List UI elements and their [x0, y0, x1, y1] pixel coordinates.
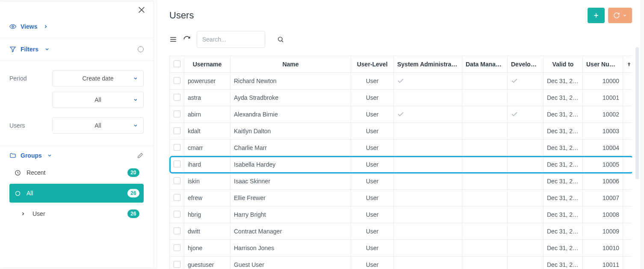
add-button[interactable] [588, 8, 605, 23]
cell-developer [508, 190, 544, 206]
close-icon[interactable] [139, 7, 145, 13]
cell-level: User [351, 206, 394, 223]
table-row[interactable]: ihardIsabella HardeyUserDec 31, 20991000… [170, 156, 632, 173]
table-header[interactable] [623, 56, 632, 73]
group-item[interactable]: All26 [9, 184, 144, 203]
cell-developer [508, 257, 544, 269]
cell-name: Alexandra Birnie [230, 106, 351, 123]
cell-usernumber: 10005 [583, 156, 623, 173]
row-checkbox[interactable] [174, 244, 180, 251]
cell-level: User [351, 140, 394, 156]
refresh-icon[interactable] [183, 36, 191, 43]
svg-point-0 [12, 26, 14, 27]
table-header[interactable]: Username [184, 56, 230, 73]
table-header[interactable]: User-Level [351, 56, 394, 73]
table-row[interactable]: abirnAlexandra BirnieUserDec 31, 2099100… [170, 106, 632, 123]
row-checkbox[interactable] [174, 227, 180, 234]
views-toggle[interactable]: Views [9, 23, 144, 30]
row-checkbox[interactable] [174, 94, 180, 101]
groups-toggle[interactable]: Groups [0, 146, 153, 163]
sync-dropdown-button[interactable] [608, 8, 632, 23]
table-header[interactable]: Valid to [544, 56, 583, 73]
row-checkbox[interactable] [174, 144, 180, 151]
plus-icon [593, 12, 599, 18]
table-header[interactable] [170, 56, 184, 73]
cell-datamanager [462, 90, 508, 106]
cell-datamanager [462, 190, 508, 206]
cell-username: ihard [184, 156, 230, 173]
check-icon [511, 78, 540, 84]
cell-username: hbrig [184, 206, 230, 223]
group-item-label: Recent [27, 169, 45, 176]
table-header[interactable]: System Administrator? [394, 56, 462, 73]
row-checkbox[interactable] [174, 161, 180, 167]
row-checkbox[interactable] [174, 194, 180, 201]
table-row[interactable]: hjoneHarrison JonesUserDec 31, 209910010 [170, 240, 632, 257]
search-icon[interactable] [277, 36, 284, 43]
table-row[interactable]: kdaltKaitlyn DaltonUserDec 31, 209910003 [170, 123, 632, 140]
cell-name: Kaitlyn Dalton [230, 123, 351, 140]
check-icon [511, 111, 540, 118]
row-checkbox[interactable] [174, 211, 180, 218]
cell-datamanager [462, 140, 508, 156]
eye-icon [9, 23, 16, 30]
table-row[interactable]: poweruserRichard NewtonUserDec 31, 20991… [170, 73, 632, 90]
cell-name: Charlie Marr [230, 140, 351, 156]
table-row[interactable]: iskinIsaac SkinnerUserDec 31, 209910006 [170, 173, 632, 190]
period-select[interactable]: Create date [52, 70, 144, 87]
filters-label: Filters [21, 46, 38, 53]
cell-username: cmarr [184, 140, 230, 156]
row-checkbox[interactable] [174, 177, 180, 184]
cell-developer [508, 123, 544, 140]
group-item[interactable]: User26 [9, 204, 144, 223]
chevron-down-icon [133, 76, 138, 81]
cell-sysadmin [394, 190, 462, 206]
filters-toggle[interactable]: Filters [9, 46, 50, 53]
period-all-select[interactable]: All [52, 92, 144, 108]
check-icon [397, 111, 458, 118]
edit-icon[interactable] [137, 152, 144, 159]
row-checkbox[interactable] [174, 111, 180, 117]
row-checkbox[interactable] [174, 77, 180, 84]
cell-level: User [351, 90, 394, 106]
table-row[interactable]: cmarrCharlie MarrUserDec 31, 209910004 [170, 140, 632, 156]
cell-name: Isabella Hardey [230, 156, 351, 173]
cell-validto: Dec 31, 2099 [544, 240, 583, 257]
chevron-icon [21, 211, 30, 216]
views-label: Views [21, 23, 37, 30]
table-header[interactable]: Name [230, 56, 351, 73]
cell-developer [508, 240, 544, 257]
sync-icon [613, 12, 620, 19]
filter-radio-icon[interactable] [138, 46, 144, 52]
chevron-down-icon [623, 13, 627, 18]
select-all-checkbox[interactable] [174, 60, 180, 67]
table-header[interactable]: Developer? [508, 56, 544, 73]
radio-icon [15, 190, 24, 197]
table-row[interactable]: hbrigHarry BrightUserDec 31, 209910008 [170, 206, 632, 223]
cell-sysadmin [394, 106, 462, 123]
users-select[interactable]: All [52, 117, 144, 134]
group-list: Recent20All26User26 [0, 163, 153, 232]
cell-name: Contract Manager [230, 223, 351, 240]
table-row[interactable]: dwittContract ManagerUserDec 31, 2099100… [170, 223, 632, 240]
table-row[interactable]: astraAyda StradbrokeUserDec 31, 20991000… [170, 90, 632, 106]
search-input[interactable] [202, 36, 277, 43]
table-header[interactable]: Data Manager? [462, 56, 508, 73]
row-checkbox[interactable] [174, 127, 180, 134]
cell-name: Richard Newton [230, 73, 351, 90]
table-header[interactable]: User Number [583, 56, 623, 73]
cell-username: efrew [184, 190, 230, 206]
group-item[interactable]: Recent20 [9, 163, 144, 182]
pin-icon[interactable] [626, 61, 629, 67]
cell-usernumber: 10009 [583, 223, 623, 240]
cell-sysadmin [394, 240, 462, 257]
row-checkbox[interactable] [174, 261, 180, 268]
table-row[interactable]: guestuserGuest UserUserDec 31, 209910011 [170, 257, 632, 269]
table-row[interactable]: efrewEllie FrewerUserDec 31, 209910007 [170, 190, 632, 206]
sidebar: Views Filters Period Create date [0, 2, 153, 267]
cell-sysadmin [394, 123, 462, 140]
cell-developer [508, 106, 544, 123]
cell-datamanager [462, 73, 508, 90]
cell-usernumber: 10008 [583, 206, 623, 223]
menu-icon[interactable] [169, 36, 177, 43]
